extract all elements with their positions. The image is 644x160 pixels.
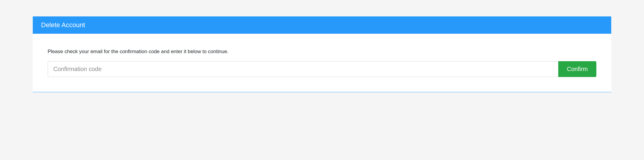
confirmation-code-input[interactable] bbox=[48, 61, 558, 77]
instruction-text: Please check your email for the confirma… bbox=[48, 49, 596, 55]
panel-body: Please check your email for the confirma… bbox=[33, 34, 611, 92]
delete-account-panel: Delete Account Please check your email f… bbox=[33, 16, 611, 92]
confirm-button[interactable]: Confirm bbox=[558, 61, 596, 77]
confirmation-input-group: Confirm bbox=[48, 61, 596, 77]
panel-title: Delete Account bbox=[33, 16, 611, 34]
